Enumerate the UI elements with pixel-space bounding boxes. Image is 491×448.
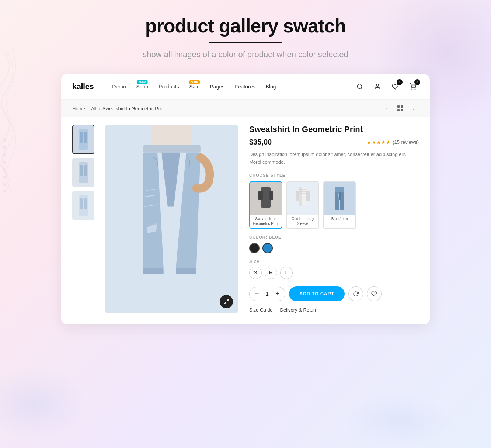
navbar: kalles Demo New Shop Products Sale Sale …	[61, 74, 430, 100]
svg-rect-21	[80, 165, 83, 176]
add-to-cart-btn[interactable]: ADD TO CART	[289, 286, 345, 301]
search-icon	[356, 83, 363, 90]
breadcrumb-all[interactable]: All	[91, 106, 96, 111]
wishlist-count: 0	[397, 79, 403, 85]
style-option-sweatshirt[interactable]: Sweatshirt inGeometric Print	[249, 181, 282, 229]
wishlist-icon-btn[interactable]: 0	[389, 81, 401, 93]
grid-icon	[397, 105, 403, 111]
delivery-return-link[interactable]: Delivery & Return	[280, 307, 318, 313]
style-icon-bluejean	[330, 185, 349, 211]
heart-btn-icon	[371, 291, 377, 297]
cart-icon-btn[interactable]: 0	[407, 81, 419, 93]
color-swatch-black[interactable]	[249, 243, 260, 253]
color-swatch-blue[interactable]	[262, 243, 273, 253]
svg-rect-30	[176, 268, 196, 274]
svg-point-12	[415, 89, 415, 90]
breadcrumb-current: Sweatshirt In Geometric Print	[102, 106, 165, 111]
size-s[interactable]: S	[249, 267, 262, 279]
product-info: Sweatshirt In Geometric Print $35,00 ★★★…	[249, 125, 419, 313]
size-m[interactable]: M	[265, 267, 277, 279]
breadcrumb-home[interactable]: Home	[72, 106, 85, 111]
product-image-container	[105, 125, 238, 313]
breadcrumb-grid-icon[interactable]	[395, 103, 405, 114]
cart-count: 0	[414, 79, 420, 85]
size-section-label: SIZE	[249, 259, 419, 264]
breadcrumb-sep-2: ›	[98, 106, 100, 111]
svg-point-11	[412, 89, 412, 90]
rating-stars: ★★★★★	[367, 139, 391, 145]
refresh-btn[interactable]	[348, 286, 363, 301]
color-label: COLOR: BLUE	[249, 235, 281, 239]
style-icon-combat	[293, 185, 312, 211]
nav-links: Demo New Shop Products Sale Sale Pages F…	[112, 84, 354, 90]
review-count: (15 reviews)	[393, 139, 419, 145]
svg-rect-38	[306, 191, 310, 201]
nav-pages[interactable]: Pages	[210, 84, 225, 90]
breadcrumb-bar: Home › All › Sweatshirt In Geometric Pri…	[61, 100, 430, 117]
size-options: S M L	[249, 267, 419, 279]
breadcrumb-navigation: ‹ ›	[382, 103, 419, 114]
search-icon-btn[interactable]	[354, 81, 366, 93]
thumbnail-sidebar	[72, 125, 94, 313]
breadcrumb-prev-btn[interactable]: ‹	[382, 103, 392, 114]
product-price: $35,00	[249, 138, 272, 146]
style-label-combat: Combat Long Sleeve	[287, 215, 318, 228]
color-section-label: COLOR: BLUE	[249, 235, 419, 239]
breadcrumb: Home › All › Sweatshirt In Geometric Pri…	[72, 106, 165, 111]
svg-rect-18	[80, 132, 83, 143]
style-img-bluejean	[324, 182, 355, 215]
thumbnail-1[interactable]	[72, 125, 94, 154]
svg-rect-29	[143, 268, 164, 274]
product-area: Sweatshirt In Geometric Print $35,00 ★★★…	[61, 117, 430, 324]
svg-point-1	[3, 183, 6, 186]
title-underline	[209, 42, 282, 43]
product-rating: ★★★★★ (15 reviews)	[367, 139, 419, 145]
size-l[interactable]: L	[280, 267, 293, 279]
svg-rect-22	[84, 165, 87, 176]
nav-badge-sale: Sale	[189, 80, 200, 84]
svg-rect-15	[397, 109, 400, 111]
qty-decrease-btn[interactable]: −	[252, 287, 262, 301]
size-guide-link[interactable]: Size Guide	[249, 307, 273, 313]
style-options: Sweatshirt inGeometric Print Comba	[249, 181, 419, 229]
shop-card: kalles Demo New Shop Products Sale Sale …	[61, 74, 430, 324]
style-icon-sweatshirt	[257, 185, 275, 211]
page-title: product gallery swatch	[143, 15, 348, 37]
expand-image-btn[interactable]	[220, 295, 233, 308]
choose-style-label: CHOOSE STYLE	[249, 173, 419, 177]
nav-demo[interactable]: Demo	[112, 84, 126, 90]
svg-rect-34	[258, 191, 263, 200]
breadcrumb-sep-1: ›	[87, 106, 89, 111]
svg-point-5	[3, 153, 6, 156]
svg-rect-24	[80, 198, 83, 209]
thumbnail-3[interactable]	[72, 191, 94, 220]
wishlist-btn[interactable]	[367, 286, 382, 301]
product-name: Sweatshirt In Geometric Print	[249, 125, 419, 134]
svg-point-2	[3, 176, 6, 178]
thumbnail-2[interactable]	[72, 158, 94, 187]
svg-rect-39	[335, 187, 344, 192]
qty-increase-btn[interactable]: +	[272, 287, 283, 301]
style-option-combat[interactable]: Combat Long Sleeve	[286, 181, 319, 229]
nav-shop[interactable]: New Shop	[136, 84, 149, 90]
expand-icon	[223, 299, 229, 305]
nav-features[interactable]: Features	[235, 84, 255, 90]
svg-point-10	[376, 84, 379, 86]
svg-rect-35	[269, 191, 273, 200]
nav-sale[interactable]: Sale Sale	[189, 84, 199, 90]
breadcrumb-next-btn[interactable]: ›	[408, 103, 419, 114]
svg-rect-16	[401, 109, 403, 111]
svg-rect-19	[84, 132, 87, 143]
svg-line-9	[361, 88, 362, 89]
user-icon-btn[interactable]	[372, 81, 383, 93]
svg-point-8	[357, 84, 362, 88]
nav-blog[interactable]: Blog	[265, 84, 276, 90]
page-subtitle: show all images of a color of product wh…	[143, 50, 348, 59]
page-header: product gallery swatch show all images o…	[143, 15, 348, 59]
nav-products[interactable]: Products	[159, 84, 179, 90]
style-option-bluejean[interactable]: Blue Jean	[323, 181, 356, 229]
thumb-img-2	[76, 162, 91, 184]
svg-rect-28	[143, 145, 201, 153]
thumb-img-1	[76, 128, 91, 150]
product-footer-links: Size Guide Delivery & Return	[249, 307, 419, 313]
